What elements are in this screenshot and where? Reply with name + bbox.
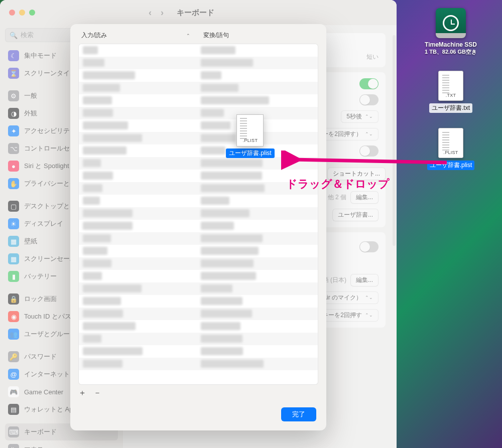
dictionary-row[interactable]: [79, 320, 318, 333]
titlebar: ‹ › キーボード: [0, 0, 397, 25]
sidebar-icon: ◉: [8, 311, 19, 322]
dictionary-row[interactable]: [79, 282, 318, 295]
sidebar-item-label: スクリーンタイム: [24, 69, 76, 78]
dictionary-row[interactable]: [79, 195, 318, 207]
dictionary-row[interactable]: [79, 144, 318, 157]
sidebar-icon: ⌨: [8, 426, 19, 437]
scrollbar[interactable]: [393, 35, 396, 246]
search-placeholder: 検索: [21, 31, 34, 40]
dictionary-row[interactable]: [79, 257, 318, 270]
minimize-window-button[interactable]: [19, 10, 25, 16]
add-entry-button[interactable]: ＋: [78, 388, 86, 398]
sidebar-icon: ◑: [8, 108, 19, 119]
sidebar-item-label: 集中モード: [24, 51, 57, 60]
dictionary-row[interactable]: [79, 157, 318, 170]
sidebar-icon: ✋: [8, 178, 19, 189]
dictionary-row[interactable]: [79, 358, 318, 370]
txt-file-label: ユーザ辞書.txt: [429, 103, 472, 113]
sidebar-item-label: 一般: [24, 91, 37, 100]
sidebar-icon: ✦: [8, 125, 19, 136]
desktop-drive-item[interactable]: TimeMachine SSD 1 TB、82.06 GB空き: [425, 8, 477, 56]
plist-file-label: ユーザ辞書.plist: [427, 161, 475, 170]
sidebar-icon: ▦: [8, 253, 19, 264]
delay-select[interactable]: 5秒後⌃⌄: [341, 110, 379, 123]
sidebar-icon: ●: [8, 161, 19, 172]
dictionary-row[interactable]: [79, 107, 318, 119]
column-conversion-header[interactable]: 変換/語句: [203, 32, 229, 39]
sidebar-item-label: 外観: [24, 109, 37, 118]
sidebar-icon: ⚙: [8, 90, 19, 101]
sidebar-icon: ▢: [8, 201, 19, 212]
toggle-2[interactable]: [359, 94, 379, 105]
nav-back-button[interactable]: ‹: [149, 8, 152, 18]
toggle-1[interactable]: [359, 78, 379, 89]
sidebar-icon: 🎮: [8, 386, 19, 397]
dragged-file-label: ユーザ辞書.plist: [226, 148, 275, 158]
sidebar-icon: 🔑: [8, 351, 19, 362]
sidebar-icon: 🔒: [8, 293, 19, 305]
edit-button-2[interactable]: 編集...: [350, 274, 379, 286]
dictionary-row[interactable]: [79, 207, 318, 220]
dictionary-row[interactable]: [79, 69, 318, 82]
dictation-toggle[interactable]: [359, 241, 379, 252]
window-title: キーボード: [177, 8, 214, 18]
dictionary-row[interactable]: [79, 333, 318, 345]
dictionary-list[interactable]: [78, 44, 318, 385]
edit-button-1[interactable]: 編集...: [350, 191, 379, 204]
sidebar-item-label: スクリーンセーバ: [24, 254, 76, 263]
dictionary-row[interactable]: [79, 270, 318, 282]
file-ext-label: .PLIST: [242, 138, 258, 143]
user-dictionary-dialog: 入力/読み ⌃ 変換/語句 ＋ － 完了 .PLIST ユーザ辞書.plist: [70, 24, 326, 430]
close-window-button[interactable]: [9, 10, 15, 16]
dictionary-row[interactable]: [79, 345, 318, 358]
dictionary-row[interactable]: [79, 82, 318, 94]
sidebar-item-label: パスワード: [24, 352, 57, 361]
sidebar-item-label: ユーザとグループ: [24, 330, 76, 339]
dragged-file[interactable]: .PLIST ユーザ辞書.plist: [226, 114, 275, 158]
sidebar-item-label: Siri と Spotlight: [24, 162, 69, 171]
remove-entry-button[interactable]: －: [93, 388, 101, 398]
txt-file-icon: .TXT: [438, 71, 463, 101]
dictionary-row[interactable]: [79, 57, 318, 69]
sidebar-item-label: ディスプレイ: [24, 219, 63, 228]
dictionary-row[interactable]: [79, 170, 318, 182]
desktop-plist-file[interactable]: .PLIST ユーザ辞書.plist: [427, 128, 475, 170]
sidebar-icon: ⌥: [8, 143, 19, 154]
dictionary-row[interactable]: [79, 232, 318, 245]
dictionary-row[interactable]: [79, 44, 318, 57]
dictionary-row[interactable]: [79, 308, 318, 320]
toggle-3[interactable]: [359, 145, 379, 157]
drive-name: TimeMachine SSD: [425, 41, 477, 48]
timemachine-drive-icon: [436, 8, 466, 38]
drive-capacity: 1 TB、82.06 GB空き: [425, 48, 477, 56]
sidebar-item-label: バッテリー: [24, 272, 57, 281]
dictionary-row[interactable]: [79, 132, 318, 144]
dictionary-row[interactable]: [79, 182, 318, 195]
search-icon: 🔍: [10, 32, 18, 39]
sort-indicator-icon: ⌃: [186, 33, 190, 38]
keyboard-shortcuts-button[interactable]: ショートカット...: [327, 168, 386, 180]
plist-file-icon: .PLIST: [236, 114, 264, 146]
sidebar-icon: ▦: [8, 236, 19, 247]
other-count-label: 他 2 個: [328, 193, 346, 202]
sidebar-icon: ⌛: [8, 68, 19, 79]
zoom-window-button[interactable]: [29, 10, 35, 16]
sidebar-item[interactable]: 🖱マウス: [5, 441, 118, 448]
desktop-txt-file[interactable]: .TXT ユーザ辞書.txt: [429, 71, 472, 113]
dictionary-row[interactable]: [79, 119, 318, 132]
dictionary-row[interactable]: [79, 220, 318, 232]
sidebar-icon: ▮: [8, 271, 19, 282]
dictionary-row[interactable]: [79, 94, 318, 107]
dictionary-row[interactable]: [79, 295, 318, 308]
plist-file-icon: .PLIST: [438, 128, 463, 158]
sidebar-icon: 👥: [8, 329, 19, 340]
sidebar-icon: ☀: [8, 218, 19, 229]
sidebar-item-label: マウス: [24, 445, 44, 448]
done-button[interactable]: 完了: [281, 407, 316, 421]
sidebar-icon: ▤: [8, 404, 19, 415]
sidebar-icon: ☾: [8, 50, 19, 61]
column-reading-header[interactable]: 入力/読み: [81, 31, 107, 40]
dictionary-row[interactable]: [79, 245, 318, 257]
nav-forward-button[interactable]: ›: [161, 8, 164, 18]
user-dictionary-button[interactable]: ユーザ辞書...: [332, 209, 379, 221]
